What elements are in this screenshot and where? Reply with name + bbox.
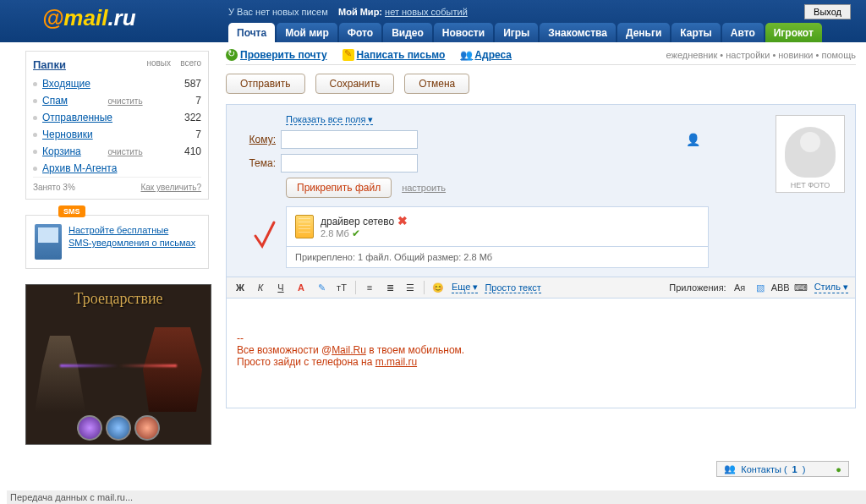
online-status-icon: ● bbox=[836, 464, 841, 474]
attachments-box: драйвер сетево ✖ 2.8 Мб ✔ Прикреплено: 1… bbox=[286, 206, 709, 268]
header-status: У Вас нет новых писем Мой Мир: нет новых… bbox=[228, 7, 468, 17]
exit-button[interactable]: Выход bbox=[804, 4, 851, 19]
save-button[interactable]: Сохранить bbox=[315, 74, 395, 94]
app-spellcheck-icon[interactable]: ABB bbox=[774, 281, 787, 294]
cancel-button[interactable]: Отмена bbox=[404, 74, 469, 94]
phone-icon bbox=[35, 224, 62, 260]
contacts-icon bbox=[460, 49, 472, 61]
editor-toolbar: Ж К Ч A ✎ тТ ≡ ≣ ☰ 😊 Еще ▾ Просто текст … bbox=[226, 277, 856, 299]
folder-trash[interactable]: Корзина bbox=[42, 145, 106, 157]
zip-file-icon bbox=[295, 215, 314, 238]
align-left-icon[interactable]: ≡ bbox=[363, 281, 376, 294]
highlight-icon[interactable]: ✎ bbox=[315, 281, 328, 294]
compose-icon bbox=[343, 49, 354, 61]
sig-mobile-link[interactable]: m.mail.ru bbox=[375, 356, 417, 368]
check-icon: ✔ bbox=[352, 227, 360, 239]
check-mail-link[interactable]: Проверить почту bbox=[226, 49, 327, 61]
tab-maps[interactable]: Карты bbox=[671, 23, 720, 42]
status-bar: Передача данных с mail.ru... bbox=[7, 490, 866, 504]
attachment-summary: Прикреплено: 1 файл. Общий размер: 2.8 М… bbox=[287, 246, 708, 267]
app-translit-icon[interactable]: Aя bbox=[733, 281, 747, 294]
header: @mail.ru У Вас нет новых писем Мой Мир: … bbox=[0, 0, 866, 42]
main-tabs: Почта Мой мир Фото Видео Новости Игры Зн… bbox=[228, 23, 822, 42]
addresses-link[interactable]: Адреса bbox=[460, 49, 512, 61]
editor-style[interactable]: Стиль ▾ bbox=[814, 282, 848, 293]
bold-icon[interactable]: Ж bbox=[233, 281, 247, 294]
clear-trash[interactable]: очистить bbox=[108, 147, 172, 156]
app-postcard-icon[interactable]: ▧ bbox=[754, 281, 767, 294]
attach-configure[interactable]: настроить bbox=[402, 183, 446, 193]
compose-form: Показать все поля ▾ Кому: 👤 Тема: Прикре… bbox=[226, 104, 856, 277]
tab-money[interactable]: Деньги bbox=[617, 23, 670, 42]
compose-actions: Отправить Сохранить Отмена bbox=[226, 74, 856, 94]
message-body[interactable]: -- Все возможности @Mail.Ru в твоем моби… bbox=[226, 299, 856, 408]
folders-title[interactable]: Папки bbox=[33, 58, 140, 71]
text-color-icon[interactable]: A bbox=[294, 281, 308, 294]
tab-mail[interactable]: Почта bbox=[228, 23, 275, 42]
checkmark-annotation bbox=[252, 219, 277, 255]
editor-plain[interactable]: Просто текст bbox=[485, 282, 540, 293]
sms-badge: SMS bbox=[58, 205, 85, 217]
italic-icon[interactable]: К bbox=[254, 281, 267, 294]
compose-link[interactable]: Написать письмо bbox=[343, 49, 446, 61]
sig-mailru-link[interactable]: Mail.Ru bbox=[332, 344, 366, 356]
tab-dating[interactable]: Знакомства bbox=[540, 23, 616, 42]
contacts-bar[interactable]: 👥 Контакты (1) ● bbox=[716, 461, 849, 477]
app-virtual-kbd-icon[interactable]: ⌨ bbox=[794, 281, 808, 294]
show-all-fields[interactable]: Показать все поля ▾ bbox=[286, 114, 373, 125]
sidebar: Папки новых всего Входящие587 Спамочисти… bbox=[0, 42, 216, 490]
tab-auto[interactable]: Авто bbox=[722, 23, 764, 42]
logo[interactable]: @mail.ru bbox=[42, 5, 136, 31]
folder-inbox[interactable]: Входящие bbox=[42, 78, 171, 90]
game-ad[interactable]: Троецарствие bbox=[25, 284, 211, 445]
clear-spam[interactable]: очистить bbox=[108, 96, 172, 106]
font-size-icon[interactable]: тТ bbox=[335, 281, 348, 294]
sms-promo[interactable]: SMS Настройте бесплатныеSMS-уведомления … bbox=[25, 215, 209, 269]
tab-igrokot[interactable]: Игрокот bbox=[765, 23, 822, 42]
tab-myworld[interactable]: Мой мир bbox=[277, 23, 337, 42]
attach-button[interactable]: Прикрепить файл bbox=[286, 178, 392, 198]
my-world-link[interactable]: нет новых событий bbox=[385, 7, 468, 17]
tab-photo[interactable]: Фото bbox=[339, 23, 381, 42]
ad-title: Троецарствие bbox=[26, 285, 211, 313]
subject-label: Тема: bbox=[237, 157, 281, 169]
folders-panel: Папки новых всего Входящие587 Спамочисти… bbox=[25, 51, 209, 200]
main-content: Проверить почту Написать письмо Адреса е… bbox=[216, 42, 866, 490]
refresh-icon bbox=[226, 49, 238, 61]
avatar-icon bbox=[785, 127, 836, 178]
folder-drafts[interactable]: Черновики bbox=[42, 129, 171, 140]
to-input[interactable] bbox=[281, 130, 418, 149]
avatar-placeholder[interactable]: НЕТ ФОТО bbox=[776, 115, 845, 193]
tab-news[interactable]: Новости bbox=[434, 23, 493, 42]
sms-link[interactable]: Настройте бесплатныеSMS-уведомления о пи… bbox=[69, 225, 195, 248]
align-center-icon[interactable]: ≣ bbox=[383, 281, 397, 294]
quota-increase-link[interactable]: Как увеличить? bbox=[140, 183, 201, 192]
to-label[interactable]: Кому: bbox=[237, 134, 281, 145]
underline-icon[interactable]: Ч bbox=[274, 281, 288, 294]
emoji-icon[interactable]: 😊 bbox=[431, 281, 445, 294]
remove-attachment-icon[interactable]: ✖ bbox=[397, 214, 408, 227]
header-right-links[interactable]: ежедневник • настройки • новинки • помощ… bbox=[666, 50, 856, 60]
contact-picker-icon[interactable]: 👤 bbox=[686, 133, 700, 146]
send-button[interactable]: Отправить bbox=[226, 74, 305, 94]
editor-more[interactable]: Еще ▾ bbox=[452, 282, 478, 293]
folder-spam[interactable]: Спам bbox=[42, 95, 106, 107]
list-icon[interactable]: ☰ bbox=[403, 281, 417, 294]
contacts-icon: 👥 bbox=[724, 463, 736, 474]
folder-sent[interactable]: Отправленные bbox=[42, 112, 171, 123]
mail-toolbar: Проверить почту Написать письмо Адреса е… bbox=[226, 49, 856, 61]
folder-agent-archive[interactable]: Архив M-Агента bbox=[42, 162, 201, 174]
tab-video[interactable]: Видео bbox=[383, 23, 432, 42]
subject-input[interactable] bbox=[281, 154, 418, 173]
tab-games[interactable]: Игры bbox=[495, 23, 538, 42]
attachment-item: драйвер сетево ✖ 2.8 Мб ✔ bbox=[287, 207, 708, 246]
